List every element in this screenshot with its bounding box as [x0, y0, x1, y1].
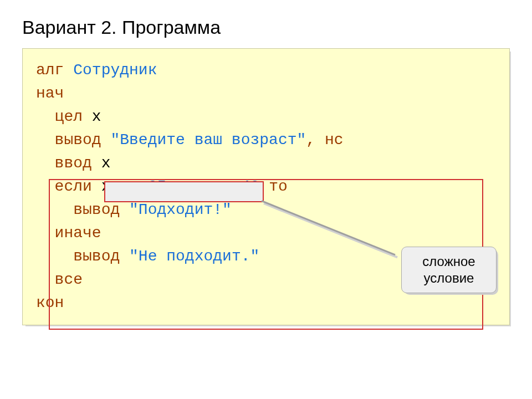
vvod-x: x	[101, 155, 111, 172]
callout: сложное условие	[401, 247, 497, 293]
slide: Вариант 2. Программа алг Сотрудник нач ц…	[0, 0, 532, 399]
kw-vyvod-2: вывод	[73, 201, 120, 218]
str-prompt: "Введите ваш возраст"	[110, 131, 306, 149]
kw-esli: если	[55, 178, 92, 195]
kw-vyvod-1: вывод	[55, 131, 101, 149]
kw-and: и	[176, 178, 185, 195]
kw-vse: все	[55, 271, 83, 288]
kw-inache: иначе	[55, 224, 101, 242]
code-block-container: алг Сотрудник нач цел x вывод "Введите в…	[22, 48, 510, 325]
kw-kon: кон	[36, 294, 64, 311]
kw-nach: нач	[36, 85, 64, 102]
num-25: 25	[148, 178, 167, 195]
kw-tsel: цел	[55, 108, 83, 125]
num-40: 40	[241, 178, 260, 195]
kw-vvod: ввод	[55, 155, 92, 172]
cond-b: x <=	[195, 178, 232, 195]
cond-a: x >=	[101, 178, 139, 195]
slide-title: Вариант 2. Программа	[22, 17, 510, 38]
callout-line2: условие	[424, 270, 474, 285]
var-x: x	[92, 108, 101, 125]
alg-name: Сотрудник	[73, 62, 157, 79]
callout-line1: сложное	[422, 254, 475, 269]
callout-box: сложное условие	[401, 247, 497, 293]
kw-ns: , нс	[306, 131, 343, 149]
kw-vyvod-3: вывод	[73, 248, 120, 265]
str-no: "Не подходит."	[129, 248, 259, 265]
callout-text: сложное условие	[422, 253, 475, 287]
kw-to: то	[269, 178, 288, 195]
kw-alg: алг	[36, 62, 64, 79]
str-ok: "Подходит!"	[129, 201, 232, 218]
